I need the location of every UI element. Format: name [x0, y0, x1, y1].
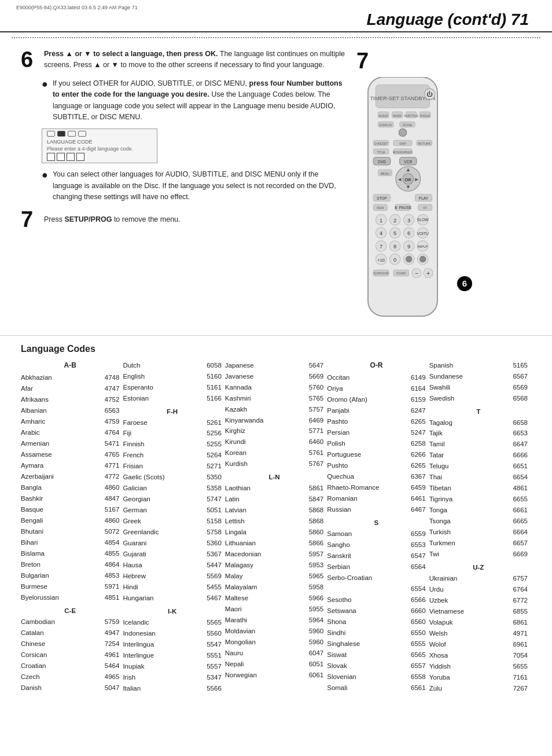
lang-code: 5966: [303, 593, 323, 604]
lang-name: Bengali: [21, 515, 43, 526]
lang-code: 6757: [507, 573, 528, 584]
list-item: English5160: [123, 371, 221, 382]
lang-code: 4772: [98, 471, 119, 482]
bullet-2-text: You can select other languages for AUDIO…: [53, 169, 345, 203]
list-item: Tonga6661: [429, 505, 528, 516]
lang-code: 5271: [201, 461, 222, 472]
lang-name: Finnish: [123, 439, 144, 450]
lang-col-2: Japanese5647Javanese5669Kannada5760Kashm…: [225, 360, 327, 694]
lang-code: 6563: [98, 405, 119, 416]
lang-name: Kirundi: [225, 436, 246, 447]
list-item: Hungarian5467: [123, 593, 221, 604]
lang-name: Kazakh: [225, 404, 247, 415]
lang-code: 6564: [405, 562, 426, 572]
lang-code: 5958: [303, 582, 323, 593]
lang-name: Bhutani: [21, 526, 43, 537]
lang-name: Gujarati: [123, 549, 146, 560]
lang-name: Swahili: [429, 382, 450, 393]
lang-code: 5072: [98, 526, 119, 537]
svg-text:▲: ▲: [406, 167, 411, 173]
lang-name: Georgian: [123, 494, 150, 505]
lang-name: Latvian: [225, 505, 246, 516]
list-item: Marathi5964: [225, 615, 323, 626]
lang-code: 6553: [405, 540, 426, 551]
lcd-icon-4: [78, 131, 86, 137]
lang-name: Turkmen: [429, 538, 455, 549]
lang-code: 6664: [507, 527, 528, 538]
list-item: Thai6654: [429, 472, 528, 483]
lang-name: Welsh: [429, 628, 448, 639]
lang-name: Tsonga: [429, 516, 451, 527]
lang-code: 6061: [303, 670, 323, 681]
lang-name: Lingala: [225, 527, 246, 538]
lang-code: 5367: [201, 549, 222, 560]
col-sub-header-3: S: [327, 518, 425, 529]
lang-name: Aymara: [21, 460, 43, 471]
lang-name: Japanese: [225, 360, 254, 371]
remote-illustration: 7 TIMER-SET STANDBY/ON ⏻ AUDIO BASS SUBT…: [356, 49, 472, 326]
lang-code: 6367: [405, 471, 426, 482]
lang-name: Interlingue: [123, 650, 154, 661]
language-codes-section: Language Codes A-BAbkhazian4748Afar4747A…: [0, 335, 552, 706]
svg-text:⏻: ⏻: [426, 90, 433, 97]
lang-name: Twi: [429, 549, 439, 560]
svg-text:+10: +10: [377, 258, 384, 263]
list-item: 6554: [327, 583, 425, 594]
col-header-3: O-R: [327, 360, 425, 372]
lang-code: 6653: [507, 428, 528, 439]
lang-name: Esperanto: [123, 382, 153, 393]
lang-code: 6266: [405, 449, 426, 460]
code-sq-3: [67, 153, 75, 161]
lang-name: Laothian: [225, 483, 251, 494]
lang-code: 5047: [98, 682, 119, 693]
code-sq-4: [76, 153, 84, 161]
lang-name: Chinese: [21, 638, 45, 649]
lang-code: 5760: [303, 382, 323, 393]
lang-name: Bashkir: [21, 493, 43, 504]
lang-name: Nepali: [225, 659, 244, 670]
list-item: Kirundi6460: [225, 436, 323, 447]
list-item: Tibetan4861: [429, 483, 528, 494]
instructions-panel: 6 Press ▲ or ▼ to select a language, the…: [21, 49, 345, 326]
lang-code: 6560: [405, 616, 426, 627]
lang-code: 5160: [201, 371, 222, 382]
lang-code-label: LANGUAGE CODE: [47, 139, 93, 145]
list-item: Serbian6564: [327, 562, 425, 572]
list-item: Japanese5647: [225, 360, 323, 371]
list-item: Gujarati5367: [123, 549, 221, 560]
lang-code: 4860: [98, 482, 119, 493]
lang-code: 5447: [201, 560, 222, 571]
lang-name: Sangho: [327, 540, 350, 551]
lang-name: Faroese: [123, 417, 147, 428]
svg-text:7: 7: [380, 244, 382, 249]
svg-text:6: 6: [407, 230, 410, 236]
list-item: Tamil6647: [429, 439, 528, 450]
lang-name: Persian: [327, 427, 349, 438]
lang-code: 6651: [507, 461, 528, 472]
lang-code: 6961: [507, 639, 528, 650]
lang-code: 6554: [405, 583, 426, 594]
svg-point-81: [406, 256, 412, 262]
lang-name: Xhosa: [429, 650, 448, 661]
code-sq-2: [57, 153, 65, 161]
lang-code: 5971: [98, 581, 119, 592]
list-item: Cambodian5759: [21, 616, 119, 627]
list-item: Mongolian5960: [225, 637, 323, 648]
list-item: Inupiak5557: [123, 661, 221, 672]
lang-code: 6568: [507, 393, 528, 404]
lang-name: Interlingua: [123, 639, 154, 650]
lang-name: Marathi: [225, 615, 247, 626]
list-item: Indonesian5560: [123, 628, 221, 639]
list-item: Esperanto5161: [123, 382, 221, 393]
lang-name: Dutch: [123, 360, 140, 371]
svg-text:REW: REW: [377, 206, 384, 210]
lang-code: 5547: [201, 639, 222, 650]
lang-name: Thai: [429, 472, 442, 483]
lang-code: 6661: [507, 505, 528, 516]
lang-code: 5868: [303, 505, 323, 516]
list-item: Javanese5669: [225, 371, 323, 382]
lang-name: Serbian: [327, 562, 350, 572]
col-sub-header-1: F-H: [123, 406, 221, 417]
step-7-number: 7: [21, 208, 38, 230]
svg-text:3: 3: [407, 218, 410, 223]
